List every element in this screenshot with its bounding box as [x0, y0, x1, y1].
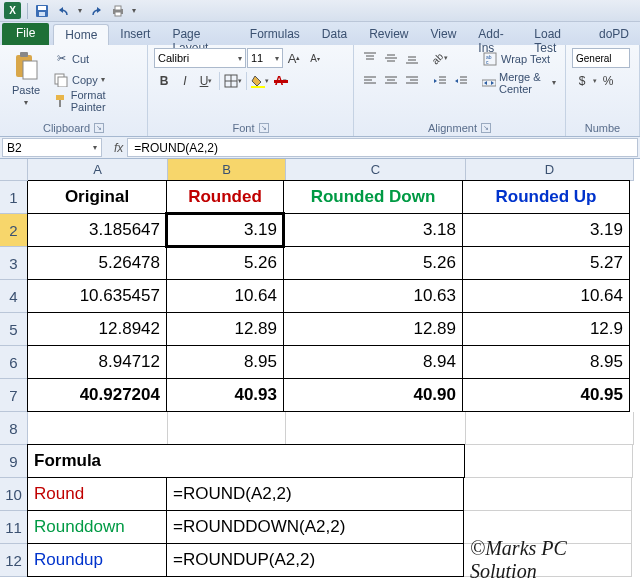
print-icon[interactable] — [110, 3, 126, 19]
align-right-button[interactable] — [402, 71, 422, 91]
col-header-c[interactable]: C — [286, 159, 466, 181]
cell[interactable]: 40.93 — [166, 378, 284, 412]
cell[interactable]: Round — [27, 477, 167, 511]
cell[interactable]: 8.94712 — [27, 345, 167, 379]
font-color-button[interactable]: A▾ — [271, 71, 291, 91]
cell[interactable]: 3.185647 — [27, 213, 167, 247]
cell[interactable]: 8.95 — [462, 345, 630, 379]
save-icon[interactable] — [34, 3, 50, 19]
row-header[interactable]: 8 — [0, 412, 28, 445]
cell[interactable]: 10.63 — [283, 279, 463, 313]
paste-dropdown-icon[interactable]: ▾ — [24, 98, 28, 107]
tab-view[interactable]: View — [420, 24, 468, 45]
clipboard-dialog-launcher-icon[interactable]: ↘ — [94, 123, 104, 133]
cell[interactable]: 12.9 — [462, 312, 630, 346]
bold-button[interactable]: B — [154, 71, 174, 91]
row-header[interactable]: 1 — [0, 181, 28, 214]
col-header-d[interactable]: D — [466, 159, 634, 181]
row-header[interactable]: 4 — [0, 280, 28, 313]
cell[interactable]: 8.94 — [283, 345, 463, 379]
tab-formulas[interactable]: Formulas — [239, 24, 311, 45]
cell[interactable]: =ROUNDUP(A2,2) — [166, 543, 464, 577]
cell[interactable] — [466, 412, 634, 445]
italic-button[interactable]: I — [175, 71, 195, 91]
cell[interactable]: Rounddown — [27, 510, 167, 544]
cell[interactable]: 40.927204 — [27, 378, 167, 412]
shrink-font-button[interactable]: A▾ — [305, 48, 325, 68]
font-dialog-launcher-icon[interactable]: ↘ — [259, 123, 269, 133]
row-header[interactable]: 10 — [0, 478, 28, 511]
cut-button[interactable]: ✂Cut — [50, 48, 141, 69]
grow-font-button[interactable]: A▴ — [284, 48, 304, 68]
cell[interactable]: 5.27 — [462, 246, 630, 280]
align-left-button[interactable] — [360, 71, 380, 91]
row-header[interactable]: 6 — [0, 346, 28, 379]
cell[interactable] — [28, 412, 168, 445]
cell[interactable]: 5.26 — [166, 246, 284, 280]
format-painter-button[interactable]: Format Painter — [50, 90, 141, 111]
fill-color-button[interactable]: ▾ — [250, 71, 270, 91]
underline-button[interactable]: U▾ — [196, 71, 216, 91]
merge-center-button[interactable]: Merge & Center▾ — [479, 72, 559, 93]
cell[interactable]: Roundup — [27, 543, 167, 577]
formula-input[interactable]: =ROUND(A2,2) — [127, 138, 638, 157]
currency-button[interactable]: $ — [572, 71, 592, 91]
row-header[interactable]: 11 — [0, 511, 28, 544]
percent-button[interactable]: % — [598, 71, 618, 91]
tab-addins[interactable]: Add-Ins — [467, 24, 523, 45]
row-header[interactable]: 7 — [0, 379, 28, 412]
increase-indent-button[interactable] — [451, 71, 471, 91]
paste-button[interactable]: Paste ▾ — [6, 48, 46, 121]
col-header-a[interactable]: A — [28, 159, 168, 181]
font-name-select[interactable]: Calibri▾ — [154, 48, 246, 68]
decrease-indent-button[interactable] — [430, 71, 450, 91]
row-header[interactable]: 5 — [0, 313, 28, 346]
row-header[interactable]: 12 — [0, 544, 28, 577]
file-tab[interactable]: File — [2, 23, 49, 45]
align-center-button[interactable] — [381, 71, 401, 91]
cell[interactable]: 12.8942 — [27, 312, 167, 346]
cell[interactable]: 5.26478 — [27, 246, 167, 280]
cell[interactable]: 12.89 — [283, 312, 463, 346]
cell[interactable]: Rounded Down — [283, 180, 463, 214]
align-middle-button[interactable] — [381, 48, 401, 68]
col-header-b[interactable]: B — [168, 159, 286, 181]
tab-dopdf[interactable]: doPD — [588, 24, 640, 45]
cell[interactable]: 10.635457 — [27, 279, 167, 313]
cell[interactable]: 10.64 — [166, 279, 284, 313]
row-header[interactable]: 9 — [0, 445, 28, 478]
cell[interactable]: =ROUNDDOWN(A2,2) — [166, 510, 464, 544]
redo-icon[interactable] — [88, 3, 104, 19]
cell[interactable]: Rounded — [166, 180, 284, 214]
cell[interactable]: 3.18 — [283, 213, 463, 247]
tab-loadtest[interactable]: Load Test — [523, 24, 588, 45]
select-all-corner[interactable] — [0, 159, 28, 181]
cell[interactable] — [465, 445, 633, 478]
tab-home[interactable]: Home — [53, 24, 109, 45]
row-header[interactable]: 2 — [0, 214, 28, 247]
qat-customize-icon[interactable]: ▾ — [132, 6, 136, 15]
cell[interactable]: Rounded Up — [462, 180, 630, 214]
borders-button[interactable]: ▾ — [223, 71, 243, 91]
undo-icon[interactable] — [56, 3, 72, 19]
copy-button[interactable]: Copy▾ — [50, 69, 141, 90]
font-size-select[interactable]: 11▾ — [247, 48, 283, 68]
tab-page-layout[interactable]: Page Layout — [161, 24, 238, 45]
align-top-button[interactable] — [360, 48, 380, 68]
wrap-text-button[interactable]: abcWrap Text — [479, 48, 559, 69]
cell[interactable]: 40.95 — [462, 378, 630, 412]
cell[interactable]: 12.89 — [166, 312, 284, 346]
cell[interactable]: 5.26 — [283, 246, 463, 280]
cell[interactable]: Original — [27, 180, 167, 214]
cell[interactable]: 3.19 — [166, 213, 284, 247]
name-box[interactable]: B2▾ — [2, 138, 102, 157]
orientation-button[interactable]: ab▾ — [430, 48, 450, 68]
cell[interactable] — [168, 412, 286, 445]
cell[interactable]: 8.95 — [166, 345, 284, 379]
tab-review[interactable]: Review — [358, 24, 419, 45]
align-bottom-button[interactable] — [402, 48, 422, 68]
cell[interactable] — [286, 412, 466, 445]
tab-data[interactable]: Data — [311, 24, 358, 45]
alignment-dialog-launcher-icon[interactable]: ↘ — [481, 123, 491, 133]
cell[interactable]: Formula — [27, 444, 465, 478]
